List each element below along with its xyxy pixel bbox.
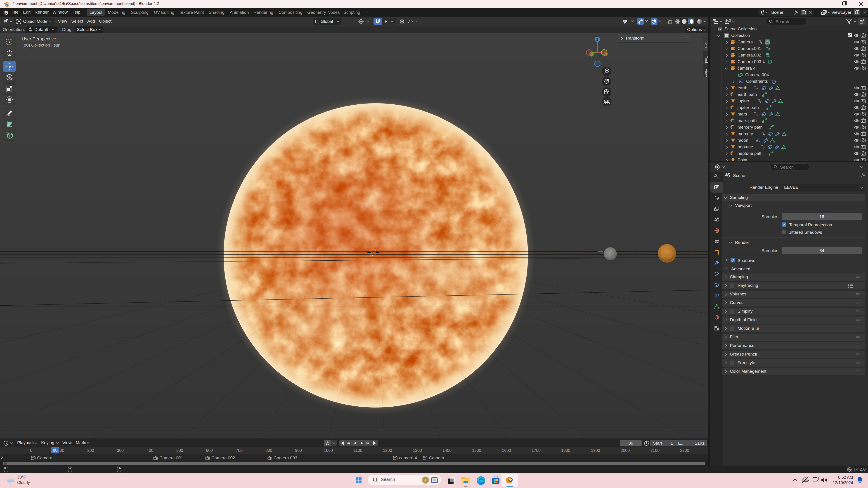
svg-text:Z: Z bbox=[596, 38, 598, 41]
